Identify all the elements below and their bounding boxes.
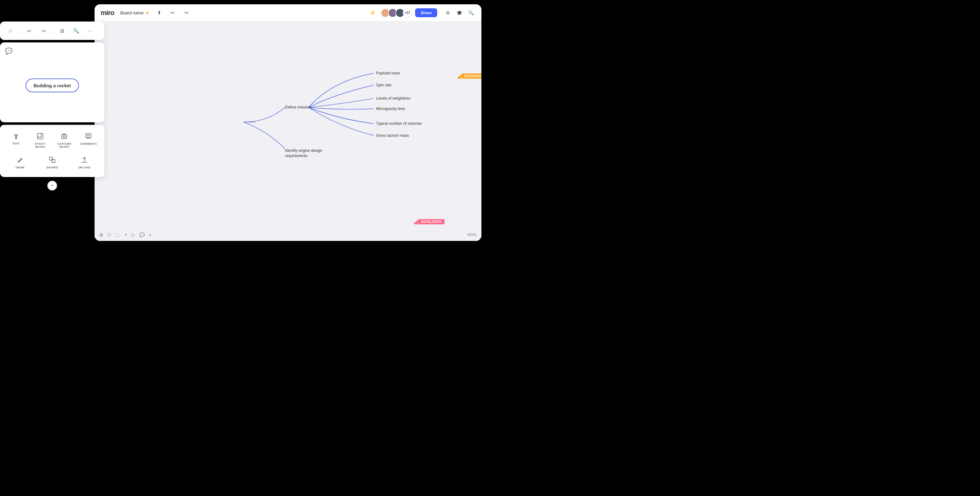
svg-text:Define mission: Define mission [285,105,310,109]
app-logo: miro [101,9,114,17]
filter-icon[interactable]: ⚡ [368,8,378,18]
designer-label: DESIGNER [462,73,481,79]
bottom-bar-icons: ⊞ ⬡ ⬚ ↗ ▷ 💬 « [99,232,151,237]
add-btn-row: + [0,177,104,194]
capture-notes-label: CAPTURENOTES [57,142,71,148]
collapse-icon[interactable]: « [149,232,151,237]
upload-button[interactable]: ⬆ [154,8,164,18]
svg-text:Payload mass: Payload mass [376,71,400,75]
video-icon[interactable]: ▷ [132,232,135,237]
designer-cursor-icon [457,73,462,79]
divider-2 [52,27,53,34]
svg-text:Microgravity time: Microgravity time [376,107,405,111]
mindmap-container: Define mission Identify engine design re… [95,22,481,229]
avatar-count: +17 [403,8,412,18]
toolbar-right: ⚡ +17 Share ⚙ 🎓 🔍 [368,8,475,18]
settings-icon[interactable]: ⚙ [443,9,452,17]
upload-tool[interactable]: UPLOAD [69,153,99,172]
desktop-toolbar: miro Board name ★ ⬆ ↩ ↪ ⚡ +17 Share ⚙ 🎓 … [95,4,481,22]
desktop-window: miro Board name ★ ⬆ ↩ ↪ ⚡ +17 Share ⚙ 🎓 … [95,4,481,241]
svg-text:requirements: requirements [285,154,307,158]
svg-text:Identify engine design: Identify engine design [285,148,322,153]
canvas-bottom-bar: ⊞ ⬡ ⬚ ↗ ▷ 💬 « 400% [95,229,481,241]
mobile-search-icon[interactable]: 🔍 [71,25,82,36]
search-icon[interactable]: 🔍 [467,9,475,17]
toolbar-extra-icons: ⚙ 🎓 🔍 [443,9,475,17]
developer-cursor-icon [413,218,419,225]
upload-label: UPLOAD [78,166,91,169]
mobile-redo-icon[interactable]: ↪ [38,25,49,36]
redo-button[interactable]: ↪ [181,8,191,18]
tools-card: T TEXT STICKYNOTES [0,125,104,177]
rocket-node[interactable]: Building a rocket [25,79,79,93]
text-tool-label: TEXT [12,142,20,145]
toolbar-actions: ⬆ ↩ ↪ [154,8,191,18]
mobile-panel: ⌂ ↩ ↪ ⊞ 🔍 ⋯ 💬 Building a rocket T TEXT [0,22,104,194]
svg-point-11 [63,136,65,137]
sticky-notes-icon [37,133,44,141]
comments-tool[interactable]: COMMENTS [77,130,100,152]
svg-rect-10 [62,134,67,139]
graduate-icon[interactable]: 🎓 [455,9,464,17]
shapes-tool[interactable]: SHAPES [37,153,68,172]
sticky-notes-label: STICKYNOTES [35,142,45,148]
board-name-text: Board name [120,10,144,15]
sticky-notes-tool[interactable]: STICKYNOTES [29,130,52,152]
text-tool[interactable]: T TEXT [5,130,27,152]
comments-label: COMMENTS [80,142,97,145]
mobile-grid-icon[interactable]: ⊞ [56,25,68,36]
rocket-node-card: 💬 Building a rocket [0,42,104,122]
board-name-area: Board name ★ [120,10,150,15]
mobile-undo-icon[interactable]: ↩ [24,25,35,36]
undo-button[interactable]: ↩ [168,8,178,18]
svg-rect-9 [37,133,43,139]
shapes-icon [49,156,56,165]
upload-icon [81,156,88,165]
svg-text:Gross launch mass: Gross launch mass [376,133,409,138]
expand-icon[interactable]: ⬚ [115,232,119,237]
frame-icon[interactable]: ⊞ [99,232,103,237]
share-button[interactable]: Share [415,8,437,17]
tools-grid-row1: T TEXT STICKYNOTES [5,130,99,152]
svg-text:Typical number of volumes: Typical number of volumes [376,121,422,126]
capture-notes-icon [61,133,68,141]
add-button[interactable]: + [47,181,57,191]
comments-icon [85,133,92,141]
avatar-group: +17 [381,8,412,18]
developer-label: DEVELOPER [418,219,445,224]
external-icon[interactable]: ↗ [124,232,127,237]
text-tool-icon: T [14,133,18,141]
home-icon[interactable]: ⌂ [5,25,16,36]
draw-label: DRAW [16,166,25,169]
svg-rect-12 [86,134,91,138]
svg-text:Spin rate: Spin rate [376,83,391,87]
sticky-note-icon: 💬 [5,47,13,55]
zoom-level: 400% [467,233,476,237]
tools-grid-row2: DRAW SHAPES [5,153,99,172]
draw-tool[interactable]: DRAW [5,153,35,172]
comment-icon[interactable]: 💬 [139,232,145,237]
capture-notes-tool[interactable]: CAPTURENOTES [53,130,76,152]
mobile-toolbar-card: ⌂ ↩ ↪ ⊞ 🔍 ⋯ [0,22,104,40]
svg-text:Levels of weightless: Levels of weightless [376,96,410,100]
shapes-label: SHAPES [46,166,58,169]
developer-badge: DEVELOPER [414,219,445,224]
star-icon[interactable]: ★ [146,10,150,15]
selection-icon[interactable]: ⬡ [107,232,111,237]
mobile-more-icon[interactable]: ⋯ [85,25,96,36]
mindmap-svg: Define mission Identify engine design re… [95,22,481,229]
draw-icon [17,156,23,165]
designer-badge: DESIGNER [457,73,481,79]
canvas-area: Define mission Identify engine design re… [95,22,481,241]
